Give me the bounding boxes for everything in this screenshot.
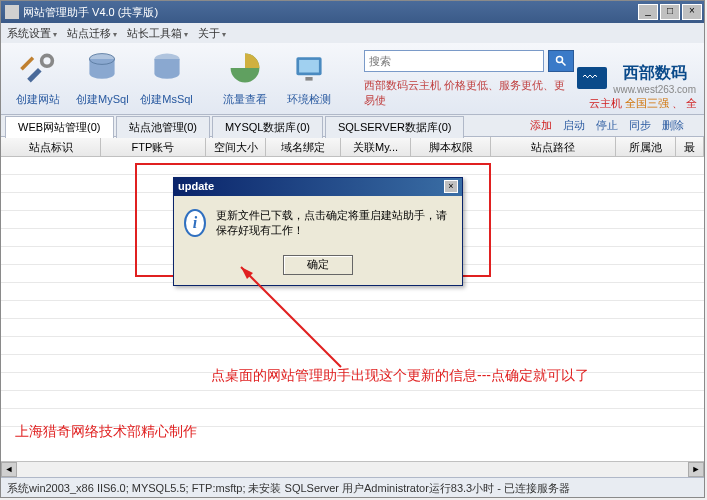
col-site-id[interactable]: 站点标识 (1, 137, 101, 156)
menubar: 系统设置 站点迁移 站长工具箱 关于 (1, 23, 704, 43)
action-stop[interactable]: 停止 (596, 119, 618, 131)
info-icon: i (184, 209, 206, 237)
scroll-track[interactable] (17, 462, 688, 477)
tab-web[interactable]: WEB网站管理(0) (5, 116, 114, 138)
dialog-titlebar[interactable]: update × (174, 178, 462, 196)
svg-line-9 (562, 61, 566, 65)
dialog-message: 更新文件已下载，点击确定将重启建站助手，请保存好现有工作！ (216, 208, 452, 238)
action-start[interactable]: 启动 (563, 119, 585, 131)
create-mssql-label: 创建MsSql (137, 92, 195, 107)
brand-logo-icon (577, 67, 607, 89)
col-mysql[interactable]: 关联My... (341, 137, 411, 156)
search-icon (555, 55, 567, 67)
col-space[interactable]: 空间大小 (206, 137, 266, 156)
tab-pool[interactable]: 站点池管理(0) (116, 116, 210, 138)
search-button[interactable] (548, 50, 574, 72)
action-sync[interactable]: 同步 (629, 119, 651, 131)
brand-url: www.west263.com (613, 84, 696, 95)
grid-header: 站点标识 FTP账号 空间大小 域名绑定 关联My... 脚本权限 站点路径 所… (1, 137, 704, 157)
scroll-right-button[interactable]: ► (688, 462, 704, 477)
database-icon (149, 50, 185, 86)
brand-name: 西部数码 (613, 63, 696, 84)
tabs-row: WEB网站管理(0) 站点池管理(0) MYSQL数据库(0) SQLSERVE… (1, 115, 704, 137)
menu-tools[interactable]: 站长工具箱 (127, 26, 188, 41)
close-button[interactable]: × (682, 4, 702, 20)
statusbar: 系统win2003_x86 IIS6.0; MYSQL5.5; FTP:msft… (1, 477, 704, 497)
minimize-button[interactable]: _ (638, 4, 658, 20)
ok-button[interactable]: 确定 (283, 255, 353, 275)
menu-migrate[interactable]: 站点迁移 (67, 26, 117, 41)
svg-rect-6 (299, 60, 319, 73)
env-check-label: 环境检测 (280, 92, 338, 107)
tab-sqlserver[interactable]: SQLSERVER数据库(0) (325, 116, 465, 138)
traffic-button[interactable]: 流量查看 (216, 50, 274, 107)
chart-icon (227, 50, 263, 86)
brand-block: 西部数码 www.west263.com (574, 63, 696, 95)
svg-point-8 (557, 56, 563, 62)
create-site-button[interactable]: 创建网站 (9, 50, 67, 107)
svg-rect-7 (305, 77, 312, 81)
create-site-label: 创建网站 (9, 92, 67, 107)
app-icon (5, 5, 19, 19)
create-mssql-button[interactable]: 创建MsSql (137, 50, 195, 107)
create-mysql-button[interactable]: 创建MySql (73, 50, 131, 107)
tab-mysql[interactable]: MYSQL数据库(0) (212, 116, 323, 138)
tools-icon (20, 50, 56, 86)
col-ftp[interactable]: FTP账号 (101, 137, 206, 156)
table-row[interactable] (1, 319, 704, 337)
create-mysql-label: 创建MySql (73, 92, 131, 107)
search-input[interactable] (364, 50, 544, 72)
col-path[interactable]: 站点路径 (491, 137, 616, 156)
table-row[interactable] (1, 301, 704, 319)
watermark-text: 上海猎奇网络技术部精心制作 (15, 423, 197, 441)
cloud-host-promo[interactable]: 云主机 全国三强 、 全 (589, 96, 697, 111)
table-row[interactable] (1, 283, 704, 301)
monitor-icon (291, 50, 327, 86)
col-last[interactable]: 最 (676, 137, 704, 156)
table-row[interactable] (1, 337, 704, 355)
maximize-button[interactable]: □ (660, 4, 680, 20)
col-script[interactable]: 脚本权限 (411, 137, 491, 156)
menu-about[interactable]: 关于 (198, 26, 226, 41)
database-icon (84, 50, 120, 86)
traffic-label: 流量查看 (216, 92, 274, 107)
annotation-text: 点桌面的网站管理助手出现这个更新的信息---点确定就可以了 (211, 367, 589, 385)
horizontal-scrollbar[interactable]: ◄ ► (1, 461, 704, 477)
menu-settings[interactable]: 系统设置 (7, 26, 57, 41)
promo-text[interactable]: 西部数码云主机 价格更低、服务更优、更易使 (364, 78, 574, 108)
dialog-title-text: update (178, 180, 444, 194)
grid-body: update × i 更新文件已下载，点击确定将重启建站助手，请保存好现有工作！… (1, 157, 704, 461)
action-add[interactable]: 添加 (530, 119, 552, 131)
table-row[interactable] (1, 391, 704, 409)
col-domain[interactable]: 域名绑定 (266, 137, 341, 156)
update-dialog: update × i 更新文件已下载，点击确定将重启建站助手，请保存好现有工作！… (173, 177, 463, 286)
env-check-button[interactable]: 环境检测 (280, 50, 338, 107)
action-del[interactable]: 删除 (662, 119, 684, 131)
titlebar: 网站管理助手 V4.0 (共享版) _ □ × (1, 1, 704, 23)
svg-point-0 (42, 55, 53, 66)
window-title: 网站管理助手 V4.0 (共享版) (23, 5, 636, 20)
scroll-left-button[interactable]: ◄ (1, 462, 17, 477)
dialog-close-button[interactable]: × (444, 180, 458, 193)
col-pool[interactable]: 所属池 (616, 137, 676, 156)
svg-rect-1 (20, 56, 34, 70)
